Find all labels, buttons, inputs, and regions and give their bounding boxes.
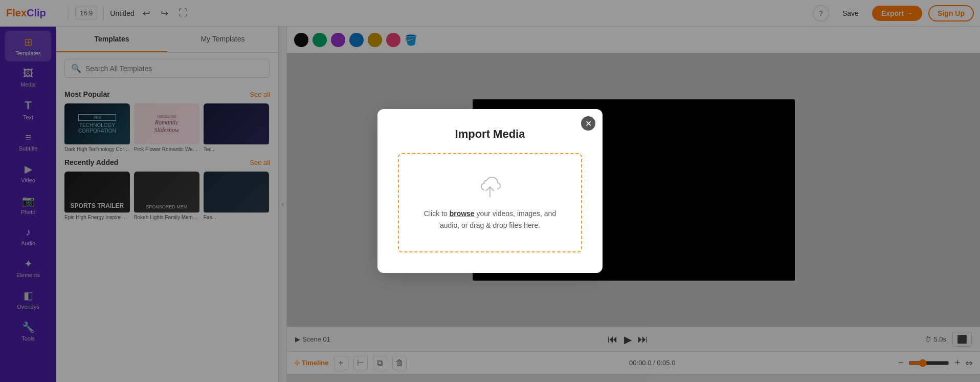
modal-overlay[interactable]: ✕ Import Media Click to browse your vide… xyxy=(0,0,980,382)
drop-zone[interactable]: Click to browse your videos, images, and… xyxy=(398,153,582,252)
cloud-upload-icon xyxy=(414,175,566,202)
modal-close-button[interactable]: ✕ xyxy=(581,116,595,131)
modal-title: Import Media xyxy=(398,128,582,141)
import-media-modal: ✕ Import Media Click to browse your vide… xyxy=(377,109,603,273)
drop-text-before: Click to xyxy=(424,209,450,218)
drop-zone-text: Click to browse your videos, images, and… xyxy=(414,208,566,231)
browse-link[interactable]: browse xyxy=(450,209,475,218)
